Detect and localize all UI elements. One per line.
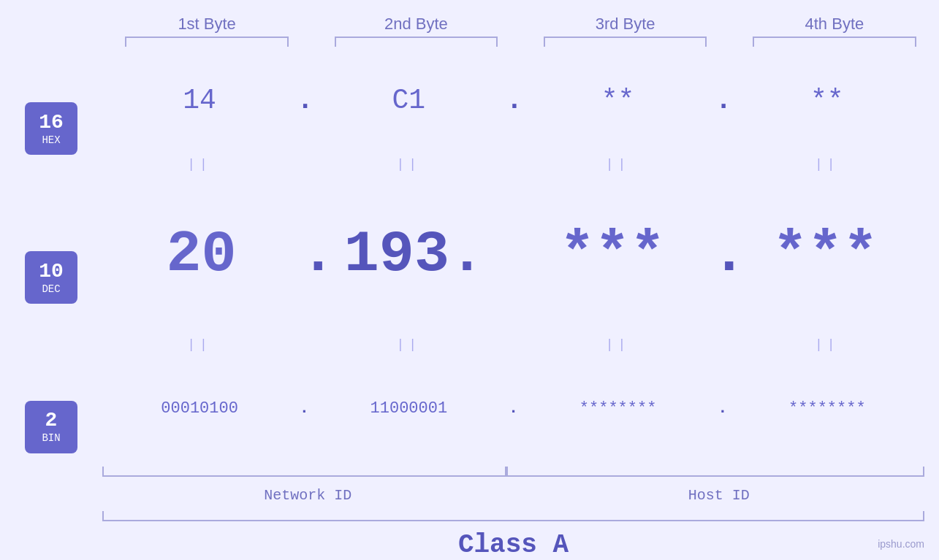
host-id-bracket [506,467,925,477]
full-bracket [102,511,924,521]
sep-hd-3: || [521,157,715,172]
sep-hd-1: || [102,157,297,172]
dec-badge-label: DEC [42,283,60,295]
data-area: 14 . C1 . ** . ** || || || || 20 [102,47,939,560]
badges-column: 16 HEX 10 DEC 2 BIN [0,47,102,560]
bracket-3 [521,37,730,47]
bracket-4 [730,37,939,47]
dec-byte-4: *** [726,221,924,288]
bracket-1 [102,37,311,47]
byte-header-1: 1st Byte [102,15,311,34]
network-id-label: Network ID [102,487,514,504]
bin-byte-3: ******** [521,399,715,418]
hex-row: 14 . C1 . ** . ** [102,47,924,154]
hex-badge-number: 16 [39,112,64,134]
bin-dot-3: . [715,399,730,418]
bin-badge: 2 BIN [25,401,77,453]
hex-byte-4: ** [730,85,924,116]
dec-byte-3: *** [514,221,712,288]
sep-db-3: || [521,337,715,352]
bin-badge-number: 2 [45,410,58,432]
byte-headers-row: 1st Byte 2nd Byte 3rd Byte 4th Byte [0,15,939,34]
host-id-label: Host ID [514,487,925,504]
dec-byte-2: 193. [315,221,513,288]
sep-hd-4: || [730,157,924,172]
bin-dot-2: . [506,399,521,418]
bracket-shape-2 [335,37,498,47]
bin-byte-2: 11000001 [311,399,506,418]
dec-badge-number: 10 [39,261,64,283]
bottom-brackets-row [102,467,924,481]
sep-db-2: || [311,337,506,352]
sep-dec-bin: || || || || [102,334,924,355]
dec-row: 20 . 193. *** . *** [102,174,924,335]
hex-byte-1: 14 [102,85,297,116]
hex-byte-2: C1 [311,85,506,116]
byte-header-3: 3rd Byte [521,15,730,34]
bin-byte-4: ******** [730,399,924,418]
watermark: ipshu.com [878,538,924,550]
hex-badge: 16 HEX [25,102,77,155]
bin-row: 00010100 . 11000001 . ******** . *******… [102,355,924,462]
bin-badge-label: BIN [42,432,60,444]
hex-dot-3: . [715,85,730,116]
id-labels-row: Network ID Host ID [102,487,924,504]
dec-byte-1: 20 [102,221,300,288]
sep-db-1: || [102,337,297,352]
byte-header-4: 4th Byte [730,15,939,34]
sep-hex-dec: || || || || [102,154,924,174]
main-area: 16 HEX 10 DEC 2 BIN 14 . C1 . ** . ** [0,47,939,560]
bracket-shape-3 [544,37,707,47]
hex-dot-1: . [297,85,311,116]
class-label: Class A [102,530,924,560]
top-brackets [0,37,939,47]
main-container: 1st Byte 2nd Byte 3rd Byte 4th Byte 16 H… [0,0,939,560]
bracket-shape-4 [753,37,916,47]
byte-header-2: 2nd Byte [311,15,520,34]
network-id-bracket [102,467,506,477]
bracket-shape-1 [125,37,288,47]
hex-dot-2: . [506,85,521,116]
dec-dot-3: . [712,221,726,288]
dec-dot-1: . [300,221,315,288]
bin-byte-1: 00010100 [102,399,297,418]
sep-hd-2: || [311,157,506,172]
hex-badge-label: HEX [42,134,60,146]
bin-dot-1: . [297,399,311,418]
bracket-2 [311,37,520,47]
hex-byte-3: ** [521,85,715,116]
sep-db-4: || [730,337,924,352]
dec-badge: 10 DEC [25,251,77,304]
